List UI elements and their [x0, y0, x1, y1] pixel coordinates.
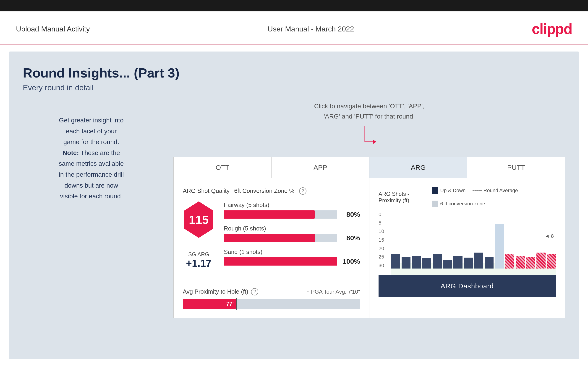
bar-label-sand: Sand (1 shots) [224, 249, 360, 256]
bar-14-hatched [526, 257, 535, 268]
proximity-cursor [236, 298, 237, 310]
insight-text: Get greater insight into each facet of y… [23, 115, 160, 202]
bar-track-fairway [224, 210, 337, 219]
help-icon[interactable]: ? [299, 187, 306, 195]
shot-quality-header: ARG Shot Quality 6ft Conversion Zone % ? [183, 187, 360, 195]
legend-round-avg: Round Average [473, 188, 518, 193]
chart-title: ARG Shots - Proximity (ft) [379, 191, 432, 204]
hexagon-score: 115 [183, 201, 215, 238]
shot-quality-label: ARG Shot Quality [183, 187, 230, 194]
arg-dashboard-button[interactable]: ARG Dashboard [379, 275, 556, 297]
bars-section: Fairway (5 shots) 80% [224, 201, 360, 272]
bar-track-rough [224, 234, 337, 242]
svg-marker-2 [373, 140, 376, 144]
annotation-area: Click to navigate between 'OTT', 'APP','… [173, 101, 565, 152]
tab-nav: OTT APP ARG PUTT [173, 157, 565, 178]
bar-2 [402, 257, 411, 268]
chart-area: 30 25 20 15 10 5 0 [379, 212, 556, 275]
bar-8 [464, 258, 473, 268]
card-left-section: ARG Shot Quality 6ft Conversion Zone % ?… [174, 178, 369, 318]
annotation-arrow [360, 124, 379, 151]
page-subtitle: Every round in detail [23, 83, 565, 92]
document-title: User Manual - March 2022 [268, 25, 354, 33]
shot-quality-content: 115 SG ARG +1.17 Fairway (5 shots) [183, 201, 360, 272]
page-title: Round Insights... (Part 3) [23, 65, 565, 81]
chart-header: ARG Shots - Proximity (ft) Up & Down Rou… [379, 187, 556, 207]
left-panel: Get greater insight into each facet of y… [23, 101, 160, 202]
bar-9 [474, 253, 483, 268]
tab-app[interactable]: APP [272, 157, 369, 178]
bar-6 [443, 260, 452, 268]
tab-ott[interactable]: OTT [174, 157, 272, 178]
note-label: Note: [62, 149, 79, 156]
chart-legend: Up & Down Round Average 6 ft conversion … [432, 187, 556, 207]
annotation-text: Click to navigate between 'OTT', 'APP','… [173, 101, 565, 122]
hexagon-container: 115 SG ARG +1.17 [183, 201, 215, 269]
bar-row-fairway: Fairway (5 shots) 80% [224, 201, 360, 219]
legend-box-light [432, 200, 438, 207]
upload-manual-link[interactable]: Upload Manual Activity [16, 25, 90, 33]
bar-10 [485, 257, 494, 268]
bar-4 [422, 258, 432, 268]
legend-conversion-zone: 6 ft conversion zone [432, 200, 485, 207]
conversion-label: 6ft Conversion Zone % [234, 187, 294, 194]
bar-5 [432, 254, 442, 268]
top-bar [0, 0, 588, 11]
bar-pct-rough: 80% [342, 234, 360, 242]
bar-pct-sand: 100% [342, 258, 360, 265]
bar-1 [391, 254, 400, 268]
chart-bars-container [391, 212, 556, 268]
sg-label: SG ARG [188, 251, 209, 258]
main-content: Round Insights... (Part 3) Every round i… [9, 51, 579, 359]
sg-value: +1.17 [186, 258, 211, 269]
proximity-help-icon[interactable]: ? [251, 288, 258, 295]
footer: Copyright Clippd 2021 [0, 366, 588, 367]
pga-avg: ↑ PGA Tour Avg: 7'10" [307, 289, 360, 295]
proximity-bar-fill: 77' [183, 299, 236, 309]
bar-fill-rough [224, 234, 315, 242]
header: Upload Manual Activity User Manual - Mar… [0, 11, 588, 45]
proximity-label: Avg Proximity to Hole (ft) ? [183, 288, 258, 295]
tab-arg[interactable]: ARG [369, 157, 467, 178]
bar-12-hatched [505, 254, 515, 268]
chart-y-labels: 30 25 20 15 10 5 0 [379, 212, 390, 268]
bar-11-tall [495, 224, 504, 268]
bar-track-sand [224, 257, 337, 266]
right-panel: Click to navigate between 'OTT', 'APP','… [173, 101, 565, 318]
content-layout: Get greater insight into each facet of y… [23, 101, 565, 318]
card-right-section: ARG Shots - Proximity (ft) Up & Down Rou… [369, 178, 565, 318]
clippd-logo: clippd [532, 21, 572, 37]
bar-16-hatched [547, 254, 556, 268]
legend-up-down: Up & Down [432, 187, 466, 194]
bar-fill-sand [224, 257, 337, 266]
bar-13-hatched [516, 256, 525, 268]
proximity-bar-track: 77' [183, 299, 360, 309]
bar-row-rough: Rough (5 shots) 80% [224, 225, 360, 242]
bar-3 [412, 256, 421, 268]
legend-box-dark [432, 187, 438, 194]
bar-label-fairway: Fairway (5 shots) [224, 201, 360, 209]
bar-row-sand: Sand (1 shots) 100% [224, 249, 360, 266]
bar-pct-fairway: 80% [342, 211, 360, 218]
card-body: ARG Shot Quality 6ft Conversion Zone % ?… [174, 178, 565, 318]
proximity-section: Avg Proximity to Hole (ft) ? ↑ PGA Tour … [183, 281, 360, 309]
bar-label-rough: Rough (5 shots) [224, 225, 360, 232]
bar-15-hatched [536, 253, 545, 268]
card: ARG Shot Quality 6ft Conversion Zone % ?… [173, 178, 565, 318]
legend-dashed-line [473, 190, 482, 191]
tab-putt[interactable]: PUTT [467, 157, 565, 178]
bar-7 [453, 256, 463, 268]
bar-fill-fairway [224, 210, 315, 219]
